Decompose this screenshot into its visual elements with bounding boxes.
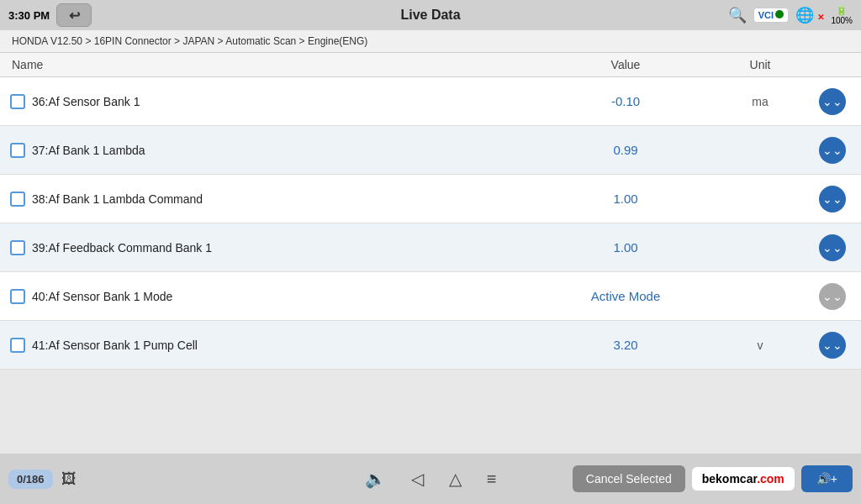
image-icon[interactable]: 🖼 bbox=[61, 470, 77, 488]
row-checkbox[interactable] bbox=[10, 240, 25, 255]
row-unit-cell: ma bbox=[710, 95, 811, 108]
row-name-cell: 39:Af Feedback Command Bank 1 bbox=[0, 232, 541, 264]
row-checkbox[interactable] bbox=[10, 289, 25, 304]
status-bar-right: 🔍 VCΙ 🌐 ✕ 🔋 100% bbox=[728, 5, 853, 25]
search-icon[interactable]: 🔍 bbox=[728, 6, 747, 24]
header-unit: Unit bbox=[710, 58, 811, 71]
table-row: 38:Af Bank 1 Lambda Command1.00⌄⌄ bbox=[0, 175, 861, 223]
row-value-cell: -0.10 bbox=[541, 94, 710, 108]
row-name-cell: 37:Af Bank 1 Lambda bbox=[0, 134, 541, 166]
volume-plus-icon: 🔊+ bbox=[816, 472, 837, 486]
wifi-area: 🌐 ✕ bbox=[795, 6, 824, 24]
home-icon[interactable]: △ bbox=[449, 469, 462, 489]
header-value: Value bbox=[541, 58, 710, 71]
expand-button[interactable]: ⌄⌄ bbox=[819, 332, 846, 359]
status-bar-left: 3:30 PM ↩ bbox=[8, 3, 92, 27]
network-error-icon: ✕ bbox=[817, 13, 824, 22]
bekomcar-badge: bekomcar.com bbox=[692, 467, 795, 491]
row-expand-cell: ⌄⌄ bbox=[811, 186, 861, 213]
row-expand-cell: ⌄⌄ bbox=[811, 137, 861, 164]
table-row: 36:Af Sensor Bank 1-0.10ma⌄⌄ bbox=[0, 77, 861, 126]
bekomcar-text-com: .com bbox=[757, 472, 784, 486]
battery-area: 🔋 100% bbox=[831, 5, 853, 25]
row-name-text: 40:Af Sensor Bank 1 Mode bbox=[32, 290, 172, 303]
expand-button[interactable]: ⌄⌄ bbox=[819, 234, 846, 261]
expand-button[interactable]: ⌄⌄ bbox=[819, 283, 846, 310]
row-name-text: 39:Af Feedback Command Bank 1 bbox=[32, 241, 212, 255]
row-value-cell: 3.20 bbox=[541, 338, 710, 352]
bottom-nav: 🔈 ◁ △ ≡ bbox=[365, 469, 497, 489]
table-row: 37:Af Bank 1 Lambda0.99⌄⌄ bbox=[0, 126, 861, 175]
breadcrumb: HONDA V12.50 > 16PIN Connector > JAPAN >… bbox=[0, 30, 861, 53]
blue-action-button[interactable]: 🔊+ bbox=[801, 465, 853, 492]
status-bar: 3:30 PM ↩ Live Data 🔍 VCΙ 🌐 ✕ 🔋 100% bbox=[0, 0, 861, 30]
vci-connected-dot bbox=[775, 10, 784, 18]
menu-icon[interactable]: ≡ bbox=[487, 470, 497, 489]
expand-button[interactable]: ⌄⌄ bbox=[819, 186, 846, 213]
row-name-text: 41:Af Sensor Bank 1 Pump Cell bbox=[32, 339, 198, 352]
row-name-cell: 40:Af Sensor Bank 1 Mode bbox=[0, 281, 541, 312]
row-value-cell: 1.00 bbox=[541, 192, 710, 206]
page-title: Live Data bbox=[400, 8, 460, 23]
row-expand-cell: ⌄⌄ bbox=[811, 234, 861, 261]
row-expand-cell: ⌄⌄ bbox=[811, 88, 861, 115]
row-value-cell: 0.99 bbox=[541, 143, 710, 157]
table-header: Name Value Unit bbox=[0, 53, 861, 77]
battery-level: 100% bbox=[831, 16, 853, 25]
table-row: 41:Af Sensor Bank 1 Pump Cell3.20v⌄⌄ bbox=[0, 321, 861, 370]
row-value-cell: 1.00 bbox=[541, 240, 710, 255]
row-name-cell: 36:Af Sensor Bank 1 bbox=[0, 86, 541, 118]
counter-badge: 0/186 bbox=[8, 470, 53, 489]
row-name-cell: 41:Af Sensor Bank 1 Pump Cell bbox=[0, 329, 541, 361]
battery-icon: 🔋 bbox=[836, 5, 848, 16]
globe-icon: 🌐 bbox=[795, 7, 814, 24]
expand-button[interactable]: ⌄⌄ bbox=[819, 88, 846, 115]
row-value-cell: Active Mode bbox=[541, 289, 710, 303]
bottom-bar: 0/186 🖼 🔈 ◁ △ ≡ Cancel Selected bekomcar… bbox=[0, 454, 861, 504]
row-expand-cell: ⌄⌄ bbox=[811, 332, 861, 359]
bottom-right-buttons: Cancel Selected bekomcar.com 🔊+ bbox=[573, 465, 853, 492]
row-unit-cell: v bbox=[710, 339, 811, 352]
row-name-text: 37:Af Bank 1 Lambda bbox=[32, 144, 145, 157]
time-display: 3:30 PM bbox=[8, 9, 50, 22]
table-row: 40:Af Sensor Bank 1 ModeActive Mode⌄⌄ bbox=[0, 272, 861, 321]
table-row: 39:Af Feedback Command Bank 11.00⌄⌄ bbox=[0, 223, 861, 272]
volume-icon[interactable]: 🔈 bbox=[365, 469, 386, 489]
row-name-text: 36:Af Sensor Bank 1 bbox=[32, 95, 140, 108]
expand-button[interactable]: ⌄⌄ bbox=[819, 137, 846, 164]
row-expand-cell: ⌄⌄ bbox=[811, 283, 861, 310]
row-name-text: 38:Af Bank 1 Lambda Command bbox=[32, 192, 203, 206]
row-name-cell: 38:Af Bank 1 Lambda Command bbox=[0, 183, 541, 215]
back-button[interactable]: ↩ bbox=[56, 3, 92, 27]
back-nav-icon[interactable]: ◁ bbox=[411, 469, 424, 489]
header-name: Name bbox=[0, 58, 541, 71]
header-expand bbox=[811, 58, 861, 71]
table-body: 36:Af Sensor Bank 1-0.10ma⌄⌄37:Af Bank 1… bbox=[0, 77, 861, 445]
bekomcar-text-bekom: bekomcar bbox=[702, 472, 757, 486]
row-checkbox[interactable] bbox=[10, 94, 25, 109]
back-arrow-icon: ↩ bbox=[69, 8, 80, 24]
row-checkbox[interactable] bbox=[10, 338, 25, 353]
row-checkbox[interactable] bbox=[10, 143, 25, 158]
row-checkbox[interactable] bbox=[10, 192, 25, 207]
vci-badge: VCΙ bbox=[753, 8, 789, 23]
cancel-selected-button[interactable]: Cancel Selected bbox=[573, 465, 685, 492]
